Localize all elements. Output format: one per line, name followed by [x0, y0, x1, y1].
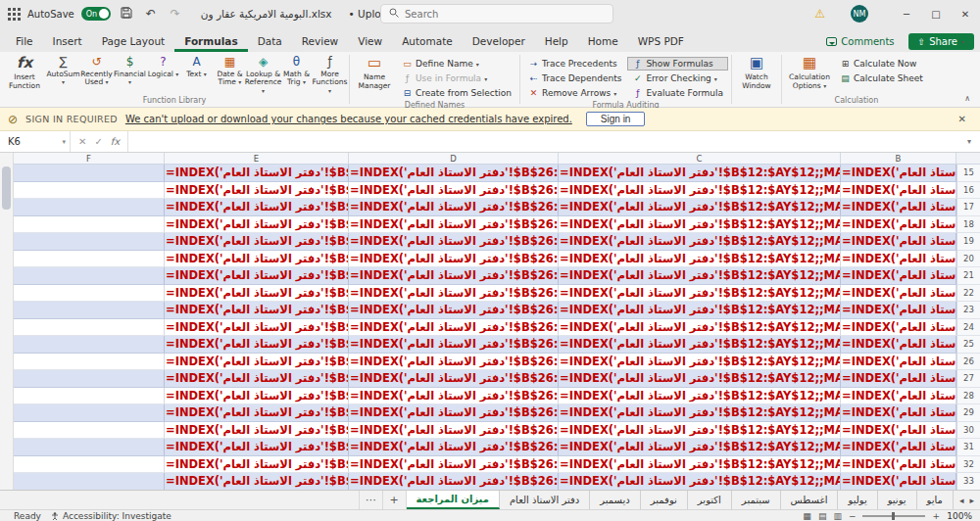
row-header-30[interactable]: 30 — [956, 422, 980, 440]
collapse-ribbon-icon[interactable]: ∧ — [964, 94, 970, 103]
cell-f29[interactable] — [14, 404, 165, 422]
cell-f26[interactable] — [14, 354, 165, 371]
redo-icon[interactable]: ↷ — [167, 7, 184, 21]
row-header-29[interactable]: 29 — [956, 404, 980, 422]
tab-view[interactable]: View — [348, 31, 392, 52]
cell-d25[interactable]: =INDEX('دفتر الاستاذ العام'!$B$26:$AY$ — [349, 336, 559, 354]
accessibility-status[interactable]: Accessibility: Investigate — [51, 511, 172, 521]
cell-d22[interactable]: =INDEX('دفتر الاستاذ العام'!$B$26:$AY$ — [349, 285, 559, 303]
avatar[interactable]: NM — [851, 5, 868, 23]
normal-view-icon[interactable]: ▦ — [803, 511, 811, 521]
sign-in-button[interactable]: Sign in — [586, 112, 646, 126]
tab-review[interactable]: Review — [292, 31, 348, 52]
cell-b20[interactable]: =INDEX('دفتر الاستاذ العام'!$B — [841, 251, 956, 268]
cell-d23[interactable]: =INDEX('دفتر الاستاذ العام'!$B$26:$AY$ — [349, 302, 559, 319]
cell-f25[interactable] — [14, 336, 165, 354]
date-time-button[interactable]: ▦Date & Time ▾ — [214, 54, 246, 87]
text-button[interactable]: AText ▾ — [180, 54, 213, 78]
cell-d17[interactable]: =INDEX('دفتر الاستاذ العام'!$B$26:$AY$ — [349, 199, 559, 216]
row-header-32[interactable]: 32 — [956, 456, 980, 474]
cell-b31[interactable]: =INDEX('دفتر الاستاذ العام'!$B — [841, 439, 956, 456]
row-header-19[interactable]: 19 — [956, 233, 980, 251]
notification-message[interactable]: We can't upload or download your changes… — [125, 114, 572, 124]
cell-d21[interactable]: =INDEX('دفتر الاستاذ العام'!$B$26:$AY$ — [349, 267, 559, 285]
row-header-18[interactable]: 18 — [956, 216, 980, 234]
cell-b27[interactable]: =INDEX('دفتر الاستاذ العام'!$B — [841, 370, 956, 388]
cell-b17[interactable]: =INDEX('دفتر الاستاذ العام'!$B — [841, 199, 956, 216]
sheet-tab-1[interactable]: ميزان المراجعة — [407, 491, 500, 509]
tab-wps-pdf[interactable]: WPS PDF — [628, 31, 694, 52]
use-in-formula-button[interactable]: ƒUse in Formula▾ — [397, 71, 516, 85]
cell-f27[interactable] — [14, 370, 165, 388]
row-header-24[interactable]: 24 — [956, 319, 980, 337]
cell-c22[interactable]: =INDEX('دفتر الاستاذ العام'!$B$12:$AY$12… — [559, 285, 841, 303]
cell-e17[interactable]: =INDEX('دفتر الاستاذ العام'!$B$26:$AY$ — [165, 199, 349, 216]
cell-f30[interactable] — [14, 422, 165, 440]
zoom-level[interactable]: 100% — [947, 511, 972, 521]
vertical-scrollbar[interactable] — [0, 153, 14, 490]
show-formulas-button[interactable]: ƒShow Formulas — [627, 57, 728, 71]
confirm-entry-icon[interactable]: ✓ — [94, 136, 102, 147]
share-button[interactable]: ⇧ Share ▾ — [908, 33, 974, 50]
cell-e28[interactable]: =INDEX('دفتر الاستاذ العام'!$B$26:$AY$ — [165, 388, 349, 405]
warning-icon[interactable]: ⚠ — [814, 7, 825, 21]
sheet-tab-4[interactable]: نوفمبر — [641, 491, 688, 509]
error-checking-button[interactable]: ✓Error Checking▾ — [627, 71, 728, 85]
calculation-options-button[interactable]: ▦ Calculation Options ▾ — [785, 54, 834, 90]
cell-d19[interactable]: =INDEX('دفتر الاستاذ العام'!$B$26:$AY$ — [349, 233, 559, 251]
maximize-button[interactable]: □ — [921, 0, 951, 27]
column-header-b[interactable]: B — [841, 153, 956, 164]
cell-b28[interactable]: =INDEX('دفتر الاستاذ العام'!$B — [841, 388, 956, 405]
cell-c16[interactable]: =INDEX('دفتر الاستاذ العام'!$B$12:$AY$12… — [559, 182, 841, 200]
zoom-in-icon[interactable]: + — [932, 511, 940, 521]
tab-automate[interactable]: Automate — [392, 31, 463, 52]
cell-b25[interactable]: =INDEX('دفتر الاستاذ العام'!$B — [841, 336, 956, 354]
comments-button[interactable]: Comments — [820, 34, 900, 49]
cell-b29[interactable]: =INDEX('دفتر الاستاذ العام'!$B — [841, 404, 956, 422]
cell-c24[interactable]: =INDEX('دفتر الاستاذ العام'!$B$12:$AY$12… — [559, 319, 841, 337]
tab-data[interactable]: Data — [248, 31, 292, 52]
row-header-17[interactable]: 17 — [956, 199, 980, 216]
sheet-tab-5[interactable]: اكتوبر — [688, 491, 732, 509]
cell-d24[interactable]: =INDEX('دفتر الاستاذ العام'!$B$26:$AY$ — [349, 319, 559, 337]
cell-e24[interactable]: =INDEX('دفتر الاستاذ العام'!$B$26:$AY$ — [165, 319, 349, 337]
cell-c27[interactable]: =INDEX('دفتر الاستاذ العام'!$B$12:$AY$12… — [559, 370, 841, 388]
financial-button[interactable]: $Financial ▾ — [114, 54, 146, 87]
zoom-out-icon[interactable]: − — [849, 511, 857, 521]
cell-e20[interactable]: =INDEX('دفتر الاستاذ العام'!$B$26:$AY$ — [165, 251, 349, 268]
cell-e31[interactable]: =INDEX('دفتر الاستاذ العام'!$B$26:$AY$ — [165, 439, 349, 456]
cell-e23[interactable]: =INDEX('دفتر الاستاذ العام'!$B$26:$AY$ — [165, 302, 349, 319]
column-header-f[interactable]: F — [14, 153, 165, 164]
trace-precedents-button[interactable]: ⇢Trace Precedents — [523, 57, 626, 71]
cell-e15[interactable]: =INDEX('دفتر الاستاذ العام'!$B$26:$AY$ — [165, 165, 349, 182]
row-header-28[interactable]: 28 — [956, 388, 980, 405]
cell-d16[interactable]: =INDEX('دفتر الاستاذ العام'!$B$26:$AY$ — [349, 182, 559, 200]
cell-c17[interactable]: =INDEX('دفتر الاستاذ العام'!$B$12:$AY$12… — [559, 199, 841, 216]
row-header-15[interactable]: 15 — [956, 165, 980, 182]
cell-b19[interactable]: =INDEX('دفتر الاستاذ العام'!$B — [841, 233, 956, 251]
close-button[interactable]: ✕ — [951, 0, 980, 27]
app-launcher-icon[interactable] — [8, 8, 21, 21]
cell-c18[interactable]: =INDEX('دفتر الاستاذ العام'!$B$12:$AY$12… — [559, 216, 841, 234]
cell-b24[interactable]: =INDEX('دفتر الاستاذ العام'!$B — [841, 319, 956, 337]
cell-c21[interactable]: =INDEX('دفتر الاستاذ العام'!$B$12:$AY$12… — [559, 267, 841, 285]
row-header-25[interactable]: 25 — [956, 336, 980, 354]
calculate-sheet-button[interactable]: ▤Calculate Sheet — [835, 71, 928, 85]
column-header-d[interactable]: D — [349, 153, 559, 164]
cell-b30[interactable]: =INDEX('دفتر الاستاذ العام'!$B — [841, 422, 956, 440]
cell-e32[interactable]: =INDEX('دفتر الاستاذ العام'!$B$26:$AY$ — [165, 456, 349, 474]
row-header-16[interactable]: 16 — [956, 182, 980, 200]
cell-f21[interactable] — [14, 267, 165, 285]
cell-c30[interactable]: =INDEX('دفتر الاستاذ العام'!$B$12:$AY$12… — [559, 422, 841, 440]
cell-c28[interactable]: =INDEX('دفتر الاستاذ العام'!$B$12:$AY$12… — [559, 388, 841, 405]
page-layout-view-icon[interactable]: ▤ — [818, 511, 827, 521]
cell-b22[interactable]: =INDEX('دفتر الاستاذ العام'!$B — [841, 285, 956, 303]
column-header-c[interactable]: C — [559, 153, 841, 164]
cell-c23[interactable]: =INDEX('دفتر الاستاذ العام'!$B$12:$AY$12… — [559, 302, 841, 319]
cell-e22[interactable]: =INDEX('دفتر الاستاذ العام'!$B$26:$AY$ — [165, 285, 349, 303]
cell-f17[interactable] — [14, 199, 165, 216]
scrollbar-thumb[interactable] — [2, 166, 11, 210]
cell-d29[interactable]: =INDEX('دفتر الاستاذ العام'!$B$26:$AY$ — [349, 404, 559, 422]
cell-d20[interactable]: =INDEX('دفتر الاستاذ العام'!$B$26:$AY$ — [349, 251, 559, 268]
sheet-nav-right-icon[interactable]: ▸ — [969, 496, 974, 505]
